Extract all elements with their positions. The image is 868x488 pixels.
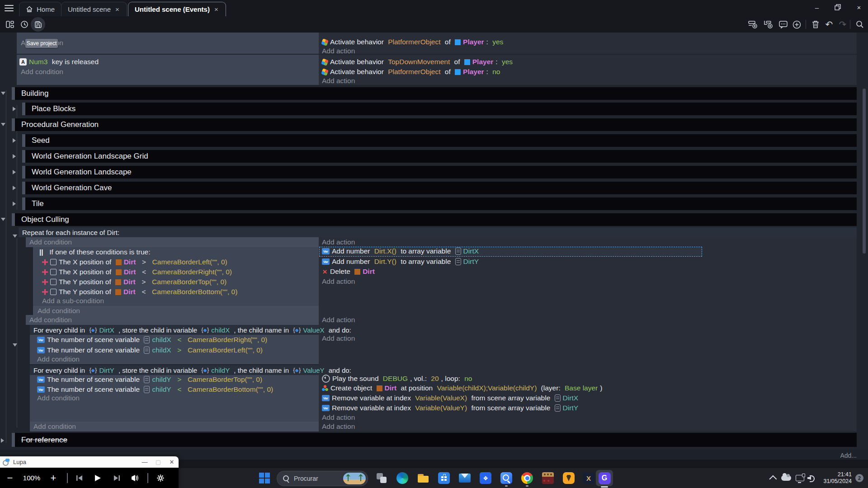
expand-arrow-icon[interactable]	[1, 438, 4, 443]
add-action-link[interactable]: Add action	[322, 277, 355, 286]
action-line[interactable]: Create object Dirt at position Variable(…	[322, 383, 602, 393]
add-condition-link[interactable]: Add condition	[38, 306, 80, 316]
search-icon[interactable]	[854, 18, 866, 31]
add-condition-link[interactable]: Add condition	[29, 237, 72, 247]
group-place-blocks[interactable]: Place Blocks	[22, 103, 857, 115]
add-condition-link[interactable]: Add condition	[37, 393, 80, 403]
save-project-icon[interactable]	[32, 18, 44, 31]
tab-home[interactable]: Home	[19, 2, 61, 16]
chrome-app[interactable]	[521, 472, 533, 484]
repeat-header-line[interactable]: Repeat for each instance of Dirt:	[22, 227, 119, 237]
magnifier-close-icon[interactable]: ✕	[165, 456, 179, 468]
add-circle-icon[interactable]	[790, 18, 803, 31]
guitar-pick-app[interactable]	[562, 472, 575, 484]
add-action-link[interactable]: Add action	[322, 333, 355, 343]
read-aloud-button[interactable]	[126, 468, 144, 488]
expand-arrow-icon[interactable]	[13, 170, 16, 174]
condition-line[interactable]: The Y position of Dirt > CameraBorderTop…	[42, 277, 226, 287]
collapse-arrow-icon[interactable]	[1, 92, 5, 95]
play-button[interactable]	[88, 468, 108, 488]
action-line[interactable]: Play the sound DEBUG, vol.: 20, loop: no	[322, 374, 472, 384]
repeat-event-header[interactable]	[19, 227, 857, 237]
add-comment-icon[interactable]	[777, 18, 789, 31]
group-seed[interactable]: Seed	[22, 134, 857, 147]
toggle-panel-icon[interactable]	[4, 18, 16, 31]
condition-line[interactable]: The Y position of Dirt < CameraBorderBot…	[42, 287, 237, 297]
magnifier-titlebar[interactable]: Lupa — ▢ ✕	[0, 456, 179, 468]
magnifier-maximize-icon[interactable]: ▢	[151, 456, 165, 468]
expand-arrow-icon[interactable]	[13, 202, 16, 206]
file-explorer-app[interactable]	[417, 472, 429, 484]
add-action-link[interactable]: Add action	[322, 422, 355, 432]
foreach-x-header-line[interactable]: For every child in DirtX , store the chi…	[33, 325, 351, 335]
add-event-icon[interactable]	[747, 18, 760, 31]
undo-icon[interactable]: ↶	[823, 18, 835, 31]
action-line[interactable]: Delete Dirt	[322, 267, 375, 277]
condition-line[interactable]: Num3 key is released	[19, 57, 99, 67]
action-line[interactable]: Activate behavior TopDownMovement of Pla…	[322, 57, 513, 67]
or-title-line[interactable]: || If one of these conditions is true:	[39, 247, 150, 257]
scrollbar-thumb[interactable]	[863, 89, 866, 253]
condition-line[interactable]: The X position of Dirt > CameraBorderLef…	[42, 257, 227, 267]
close-tab-icon[interactable]: ×	[213, 5, 219, 13]
gdevelop-app[interactable]	[598, 472, 611, 484]
previous-button[interactable]	[71, 468, 88, 488]
mail-app[interactable]	[458, 472, 471, 484]
task-view-button[interactable]	[375, 472, 388, 484]
close-tab-icon[interactable]: ×	[114, 5, 120, 13]
add-condition-link[interactable]: Add condition	[21, 67, 63, 77]
delete-icon[interactable]	[809, 18, 822, 31]
onedrive-tray[interactable]	[781, 468, 791, 488]
action-line[interactable]: Remove variable at index Variable(ValueY…	[322, 403, 578, 413]
add-action-link[interactable]: Add action	[322, 413, 355, 422]
add-action-link[interactable]: Add action	[322, 46, 355, 56]
add-condition-link[interactable]: Add condition	[33, 422, 76, 432]
expand-arrow-icon[interactable]	[13, 107, 16, 111]
group-world-generation-cave[interactable]: World Generation Cave	[22, 182, 857, 194]
volume-tray[interactable]	[807, 468, 816, 488]
network-tray[interactable]	[796, 468, 804, 488]
taskbar-search[interactable]: Procurar	[277, 471, 368, 486]
add-condition-link[interactable]: Add condition	[37, 354, 80, 364]
condition-line[interactable]: The X position of Dirt < CameraBorderRig…	[42, 267, 232, 277]
tray-chevron-button[interactable]	[771, 468, 777, 488]
magnifier-minimize-icon[interactable]: —	[138, 456, 151, 468]
next-button[interactable]	[108, 468, 126, 488]
magnifier-app[interactable]	[500, 472, 513, 484]
collapse-arrow-icon[interactable]	[13, 343, 17, 347]
group-for-reference[interactable]: For reference	[12, 433, 857, 447]
expand-arrow-icon[interactable]	[13, 138, 16, 143]
collapse-arrow-icon[interactable]	[1, 218, 5, 221]
action-line[interactable]: Remove variable at index Variable(ValueX…	[322, 393, 578, 403]
action-line[interactable]: Activate behavior PlatformerObject of Pl…	[322, 37, 503, 47]
menu-icon[interactable]	[5, 5, 14, 11]
action-line[interactable]: Activate behavior PlatformerObject of Pl…	[322, 67, 500, 77]
notification-badge[interactable]: 2	[855, 474, 863, 482]
action-line[interactable]: Add number Dirt.X() to array variable Di…	[322, 246, 479, 256]
minimize-window-icon[interactable]: –	[811, 2, 822, 13]
group-procedural-generation[interactable]: Procedural Generation	[12, 118, 857, 131]
tab-untitled-scene-events[interactable]: Untitled scene (Events) ×	[128, 2, 226, 16]
group-object-culling[interactable]: Object Culling	[12, 213, 857, 226]
zoom-in-button[interactable]: +	[43, 468, 63, 488]
restore-window-icon[interactable]	[832, 2, 843, 13]
add-event-link[interactable]: Add...	[834, 450, 857, 460]
add-subevent-icon[interactable]	[762, 18, 775, 31]
condition-line[interactable]: The number of scene variable childY > Ca…	[37, 375, 262, 385]
group-world-generation-landscape[interactable]: World Generation Landscape	[22, 166, 857, 178]
zoom-out-button[interactable]: −	[0, 468, 20, 488]
start-button[interactable]	[258, 472, 271, 484]
collapse-arrow-icon[interactable]	[13, 235, 17, 238]
add-action-link[interactable]: Add action	[322, 76, 355, 86]
expand-arrow-icon[interactable]	[13, 186, 16, 190]
tab-untitled-scene[interactable]: Untitled scene ×	[61, 2, 127, 16]
add-condition-link[interactable]: Add condition	[29, 315, 72, 325]
action-line[interactable]: Add number Dirt.Y() to array variable Di…	[322, 257, 479, 267]
collapse-arrow-icon[interactable]	[1, 123, 5, 126]
add-action-link[interactable]: Add action	[322, 237, 355, 247]
history-icon[interactable]	[18, 18, 31, 31]
redo-icon[interactable]: ↷	[836, 18, 849, 31]
dropbox-app[interactable]	[479, 472, 492, 484]
settings-gear-button[interactable]	[152, 468, 169, 488]
edge-app[interactable]	[396, 472, 409, 484]
